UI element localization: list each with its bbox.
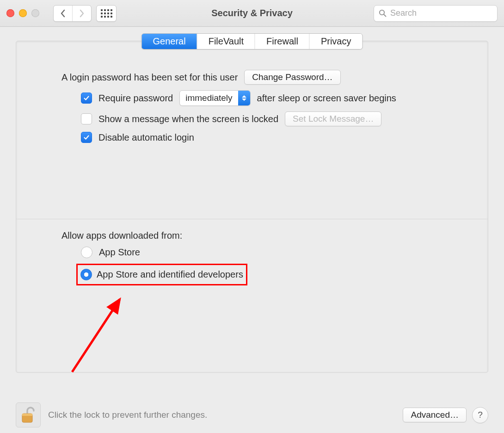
title-bar: Security & Privacy [0,0,504,27]
after-sleep-text: after sleep or screen saver begins [257,93,396,104]
search-icon [379,9,387,17]
lock-help-text: Click the lock to prevent further change… [48,410,207,420]
svg-rect-4 [22,414,32,416]
unlocked-lock-icon [20,406,37,424]
login-section: A login password has been set for this u… [16,41,488,143]
svg-line-1 [384,14,386,17]
tab-general[interactable]: General [142,34,197,49]
require-password-checkbox[interactable] [81,93,92,104]
set-lock-message-button: Set Lock Message… [285,111,381,126]
require-password-label: Require password [98,93,173,104]
radio-identified-developers-label: App Store and identified developers [97,269,243,280]
lock-button[interactable] [16,402,41,427]
stepper-icon [238,91,250,105]
window-controls [6,9,39,17]
grid-icon [101,9,112,18]
preferences-pane: General FileVault Firewall Privacy A log… [16,41,488,373]
radio-identified-developers[interactable] [80,269,92,280]
tab-filevault[interactable]: FileVault [197,34,255,49]
help-button[interactable]: ? [472,407,488,423]
close-window-button[interactable] [6,9,14,17]
nav-buttons [53,5,92,22]
tab-privacy[interactable]: Privacy [310,34,363,49]
checkmark-icon [83,95,90,101]
disable-auto-login-checkbox[interactable] [81,132,92,143]
gatekeeper-section: Allow apps downloaded from: App Store Ap… [16,219,488,285]
annotation-highlight: App Store and identified developers [76,264,247,285]
zoom-window-button [31,9,39,17]
advanced-button[interactable]: Advanced… [403,408,467,422]
search-input[interactable] [389,8,492,19]
show-message-checkbox[interactable] [81,113,92,124]
require-password-delay-select[interactable]: immediately [179,90,250,106]
radio-app-store[interactable] [81,247,92,258]
footer: Click the lock to prevent further change… [16,402,488,427]
annotation-arrow-icon [61,291,135,379]
show-all-button[interactable] [96,5,117,22]
require-password-delay-value: immediately [180,93,238,103]
show-message-label: Show a message when the screen is locked [98,114,278,124]
svg-line-2 [72,299,120,372]
disable-auto-login-label: Disable automatic login [98,132,194,143]
tab-bar: General FileVault Firewall Privacy [141,33,363,49]
tab-firewall[interactable]: Firewall [255,34,310,49]
search-field[interactable] [374,5,498,22]
minimize-window-button[interactable] [19,9,27,17]
password-set-text: A login password has been set for this u… [61,72,238,83]
forward-button [73,6,91,21]
checkmark-icon [83,134,90,141]
radio-app-store-label: App Store [99,247,140,258]
change-password-button[interactable]: Change Password… [244,70,340,85]
allow-apps-heading: Allow apps downloaded from: [61,230,182,241]
back-button[interactable] [54,6,73,21]
